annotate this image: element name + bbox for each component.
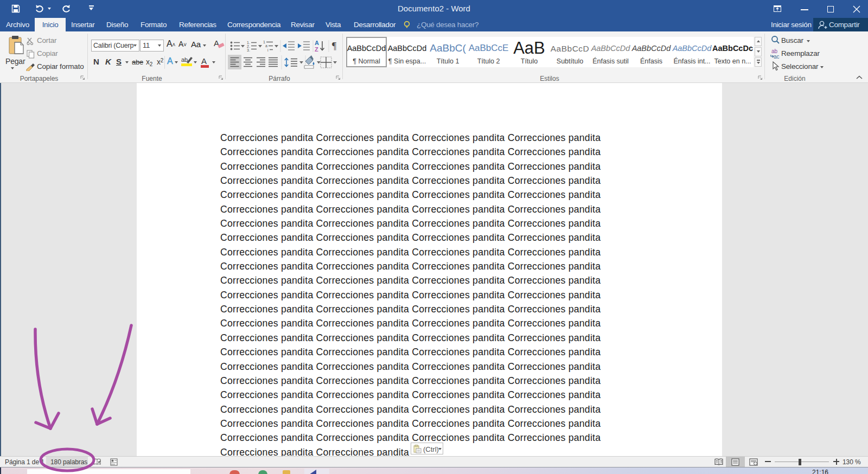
svg-text:ac: ac (774, 54, 780, 59)
svg-text:a: a (265, 44, 267, 48)
svg-text:2.: 2. (247, 44, 250, 48)
svg-text:¶: ¶ (332, 41, 336, 52)
svg-text:1: 1 (263, 40, 265, 44)
svg-text:3.: 3. (247, 48, 250, 52)
svg-text:ab: ab (181, 56, 188, 63)
svg-text:A: A (201, 56, 207, 66)
svg-text:Z: Z (315, 46, 318, 53)
svg-text:1.: 1. (247, 41, 250, 44)
svg-text:A: A (315, 40, 319, 46)
svg-text:i: i (267, 48, 269, 52)
